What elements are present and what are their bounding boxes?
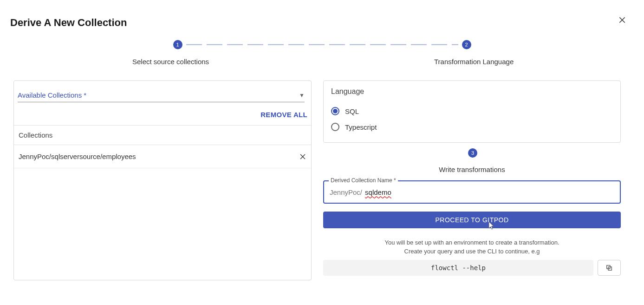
available-collections-select[interactable]: Available Collections * ▼ — [18, 91, 305, 102]
source-collections-panel: Available Collections * ▼ REMOVE ALL Col… — [13, 80, 312, 280]
helper-line-2: Create your query and use the CLI to con… — [323, 248, 621, 255]
available-collections-label: Available Collections * — [18, 91, 86, 99]
collections-header: Collections — [14, 125, 311, 145]
language-title: Language — [331, 87, 613, 96]
collection-name: JennyPoc/sqlserversource/employees — [19, 152, 136, 160]
remove-all-button[interactable]: REMOVE ALL — [14, 102, 311, 125]
radio-icon-selected — [331, 107, 339, 115]
step-2-circle: 2 — [462, 40, 471, 49]
close-icon[interactable] — [618, 16, 626, 24]
step-3-circle: 3 — [468, 148, 477, 158]
helper-line-1: You will be set up with an environment t… — [323, 239, 621, 246]
remove-collection-icon[interactable] — [299, 153, 306, 160]
proceed-to-gitpod-button[interactable]: PROCEED TO GITPOD — [323, 212, 621, 228]
step-2-label: Transformation Language — [434, 58, 514, 66]
derived-value: sqldemo — [365, 188, 391, 196]
language-panel: Language SQL Typescript — [323, 80, 621, 143]
step-1-label: Select source collections — [132, 58, 209, 66]
stepper: 1 2 — [0, 40, 644, 49]
radio-icon-unselected — [331, 123, 339, 131]
step-1-circle: 1 — [173, 40, 182, 49]
radio-sql-label: SQL — [345, 107, 359, 115]
radio-typescript[interactable]: Typescript — [331, 119, 613, 135]
collection-row: JennyPoc/sqlserversource/employees — [14, 145, 311, 168]
step-3-label: Write transformations — [323, 166, 621, 173]
copy-button[interactable] — [598, 260, 621, 276]
page-title: Derive A New Collection — [10, 17, 127, 29]
derived-collection-legend: Derived Collection Name * — [329, 177, 398, 184]
chevron-down-icon: ▼ — [299, 92, 305, 99]
radio-sql[interactable]: SQL — [331, 103, 613, 119]
derived-collection-name-field[interactable]: Derived Collection Name * JennyPoc/ sqld… — [323, 180, 621, 204]
derived-prefix: JennyPoc/ — [330, 188, 362, 196]
radio-typescript-label: Typescript — [345, 123, 377, 131]
cli-command-box: flowctl --help — [323, 260, 593, 276]
stepper-connector — [186, 44, 458, 45]
